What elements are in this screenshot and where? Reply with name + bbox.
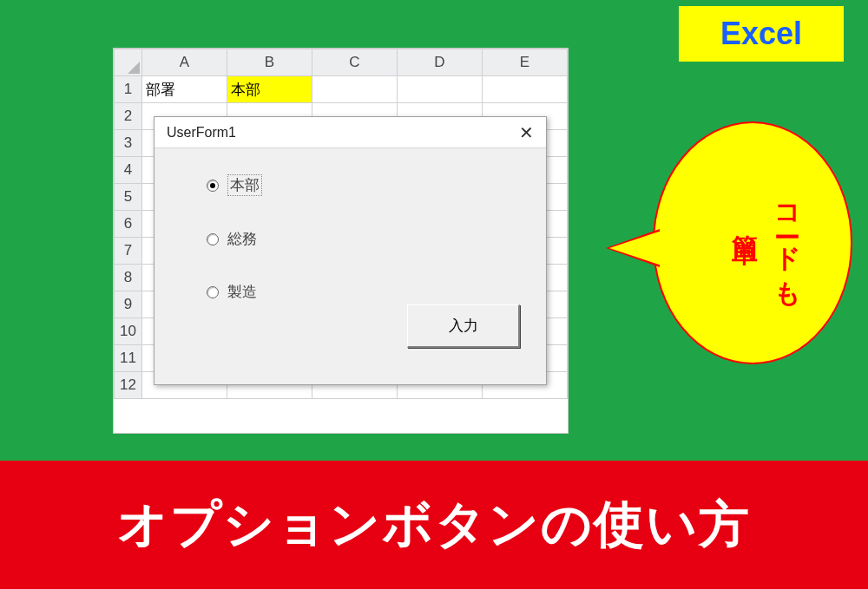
radio-option-seizou[interactable]: 製造 xyxy=(207,282,520,302)
cell-e1[interactable] xyxy=(483,76,568,103)
close-icon[interactable]: ✕ xyxy=(513,122,539,143)
speech-bubble: 簡単 コードも xyxy=(653,121,852,364)
radio-option-honbu[interactable]: 本部 xyxy=(207,174,520,196)
select-all-corner[interactable] xyxy=(115,49,142,76)
column-header-a[interactable]: A xyxy=(142,49,227,76)
row-header-4[interactable]: 4 xyxy=(115,157,142,184)
row-header-11[interactable]: 11 xyxy=(115,345,142,372)
row-header-5[interactable]: 5 xyxy=(115,184,142,211)
column-header-e[interactable]: E xyxy=(483,49,568,76)
speech-text: 簡単 コードも xyxy=(700,188,805,298)
row-header-3[interactable]: 3 xyxy=(115,130,142,157)
column-header-d[interactable]: D xyxy=(398,49,483,76)
excel-badge: Excel xyxy=(679,6,844,62)
input-button[interactable]: 入力 xyxy=(407,304,520,348)
excel-badge-label: Excel xyxy=(720,16,802,52)
radio-label: 総務 xyxy=(227,229,257,249)
speech-line-1: コードも xyxy=(769,188,805,298)
radio-icon xyxy=(207,286,219,298)
column-header-b[interactable]: B xyxy=(227,49,312,76)
column-header-c[interactable]: C xyxy=(312,49,398,76)
row-header-1[interactable]: 1 xyxy=(115,76,142,103)
userform-title: UserForm1 xyxy=(167,125,236,141)
row-header-12[interactable]: 12 xyxy=(115,372,142,399)
input-button-label: 入力 xyxy=(449,316,478,336)
row-header-7[interactable]: 7 xyxy=(115,238,142,265)
radio-icon xyxy=(207,180,219,192)
speech-line-2: 簡単 xyxy=(727,188,762,298)
row-header-10[interactable]: 10 xyxy=(115,318,142,345)
radio-icon xyxy=(207,233,219,245)
row-header-9[interactable]: 9 xyxy=(115,291,142,318)
cell-c1[interactable] xyxy=(312,76,398,103)
userform-titlebar[interactable]: UserForm1 ✕ xyxy=(155,117,546,148)
radio-label: 本部 xyxy=(227,174,262,196)
banner-title: オプションボタンの使い方 xyxy=(117,491,751,559)
radio-label: 製造 xyxy=(227,282,257,302)
radio-option-soumu[interactable]: 総務 xyxy=(207,229,520,249)
bottom-banner: オプションボタンの使い方 xyxy=(0,461,868,589)
row-header-2[interactable]: 2 xyxy=(115,103,142,130)
cell-d1[interactable] xyxy=(398,76,483,103)
cell-b1[interactable]: 本部 xyxy=(227,76,312,103)
userform-body: 本部 総務 製造 入力 xyxy=(155,148,546,384)
row-header-6[interactable]: 6 xyxy=(115,211,142,238)
row-header-8[interactable]: 8 xyxy=(115,265,142,291)
cell-a1[interactable]: 部署 xyxy=(142,76,227,103)
userform-dialog[interactable]: UserForm1 ✕ 本部 総務 製造 入力 xyxy=(154,116,547,385)
